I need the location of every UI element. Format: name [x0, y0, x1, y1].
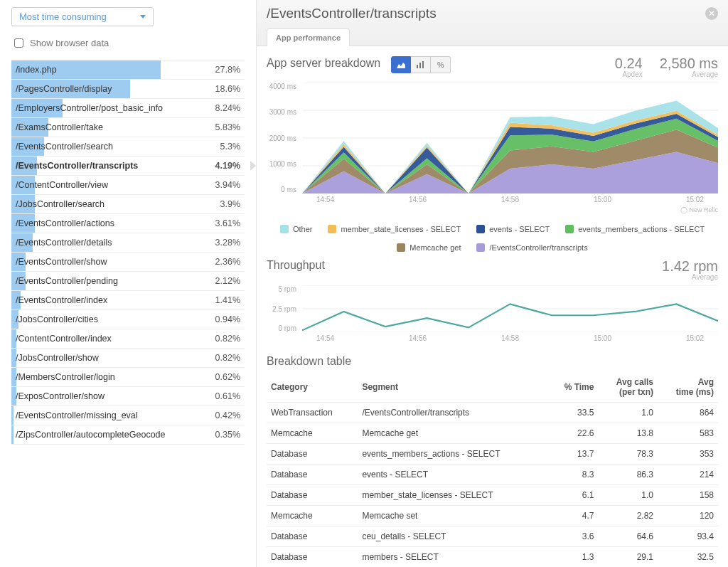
- transaction-label: /PagesController/display: [16, 84, 112, 94]
- transaction-pct: 2.12%: [215, 276, 240, 286]
- attribution-label: ◯ New Relic: [267, 206, 718, 213]
- table-header[interactable]: Avg time (ms): [658, 372, 718, 403]
- breakdown-table-title: Breakdown table: [267, 355, 718, 368]
- table-row[interactable]: MemcacheMemcache get22.613.8583: [267, 423, 718, 444]
- transaction-label: /JobsController/search: [16, 199, 105, 209]
- transaction-pct: 0.82%: [215, 353, 240, 363]
- transaction-label: /JobsController/cities: [16, 314, 98, 324]
- transaction-pct: 3.9%: [220, 199, 241, 209]
- table-header[interactable]: Category: [267, 372, 358, 403]
- svg-rect-2: [422, 61, 424, 68]
- chevron-down-icon: [140, 15, 146, 18]
- transaction-row[interactable]: /ZipsController/autocompleteGeocode0.35%: [11, 425, 245, 445]
- show-browser-checkbox[interactable]: [14, 38, 23, 48]
- transaction-row[interactable]: /JobsController/cities0.94%: [11, 310, 245, 329]
- table-header[interactable]: Segment: [358, 372, 548, 403]
- sidebar: Most time consuming Show browser data /i…: [0, 0, 256, 567]
- legend-item[interactable]: events - SELECT: [476, 225, 550, 233]
- transaction-pct: 3.61%: [215, 218, 240, 228]
- transaction-row[interactable]: /ExamsController/take5.83%: [11, 118, 245, 137]
- tab-app-performance[interactable]: App performance: [267, 28, 350, 46]
- transaction-row[interactable]: /ContentController/view3.94%: [11, 176, 245, 195]
- transaction-pct: 5.83%: [215, 122, 240, 132]
- sort-dropdown[interactable]: Most time consuming: [11, 7, 154, 26]
- average-stat: 2,580 ms Average: [660, 56, 718, 78]
- transaction-row[interactable]: /EventsController/show2.36%: [11, 253, 245, 272]
- svg-rect-1: [419, 63, 421, 68]
- transaction-row[interactable]: /EventsController/actions3.61%: [11, 214, 245, 233]
- transaction-pct: 4.19%: [215, 161, 240, 171]
- transaction-label: /EventsController/index: [16, 295, 107, 305]
- transaction-label: /MembersController/login: [16, 372, 115, 382]
- legend-item[interactable]: Memcache get: [397, 243, 461, 252]
- table-row[interactable]: Databaseevents - SELECT8.386.3214: [267, 465, 718, 485]
- table-header[interactable]: Avg calls (per txn): [598, 372, 658, 403]
- transaction-label: /EventsController/actions: [16, 218, 114, 228]
- transaction-row[interactable]: /EventsController/pending2.12%: [11, 272, 245, 291]
- transaction-label: /JobsController/show: [16, 353, 99, 363]
- transaction-row[interactable]: /EventsController/details3.28%: [11, 233, 245, 253]
- close-icon[interactable]: ✕: [705, 7, 718, 20]
- apdex-stat: 0.24 Apdex: [615, 56, 643, 78]
- transaction-row[interactable]: /EventsController/index1.41%: [11, 291, 245, 310]
- throughput-average-stat: 1.42 rpm Average: [662, 259, 718, 281]
- breakdown-chart[interactable]: 4000 ms3000 ms2000 ms1000 ms0 ms 14:5414…: [267, 83, 718, 203]
- show-browser-label: Show browser data: [30, 38, 109, 48]
- transaction-row[interactable]: /EventsController/transcripts4.19%: [11, 157, 245, 176]
- table-row[interactable]: MemcacheMemcache set4.72.82120: [267, 506, 718, 526]
- table-header[interactable]: % Time: [548, 372, 598, 403]
- transaction-row[interactable]: /EmployersController/post_basic_info8.24…: [11, 99, 245, 118]
- transaction-label: /ZipsController/autocompleteGeocode: [16, 430, 166, 440]
- transaction-label: /ExamsController/take: [16, 122, 103, 132]
- transaction-list: /index.php27.8%/PagesController/display1…: [11, 60, 245, 445]
- transaction-pct: 0.62%: [215, 372, 240, 382]
- transaction-pct: 0.94%: [215, 314, 240, 324]
- transaction-row[interactable]: /EventsController/search5.3%: [11, 137, 245, 157]
- transaction-row[interactable]: /PagesController/display18.6%: [11, 80, 245, 99]
- transaction-row[interactable]: /index.php27.8%: [11, 60, 245, 80]
- transaction-pct: 18.6%: [215, 84, 240, 94]
- transaction-label: /EventsController/pending: [16, 276, 118, 286]
- legend-item[interactable]: member_state_licenses - SELECT: [328, 225, 461, 233]
- transaction-label: /EmployersController/post_basic_info: [16, 103, 163, 113]
- transaction-row[interactable]: /JobsController/search3.9%: [11, 195, 245, 214]
- transaction-pct: 0.35%: [215, 430, 240, 440]
- table-row[interactable]: Databasemembers - SELECT1.329.132.5: [267, 547, 718, 568]
- transaction-label: /EventsController/search: [16, 142, 113, 152]
- percent-view-button[interactable]: %: [431, 56, 451, 73]
- header: /EventsController/transcripts ✕ App perf…: [257, 0, 728, 46]
- transaction-pct: 0.61%: [215, 391, 240, 401]
- breakdown-title: App server breakdown: [267, 57, 380, 69]
- legend-item[interactable]: Other: [280, 225, 313, 233]
- transaction-row[interactable]: /ContentController/index0.82%: [11, 329, 245, 349]
- transaction-label: /ContentController/index: [16, 334, 112, 344]
- transaction-pct: 0.82%: [215, 334, 240, 344]
- transaction-row[interactable]: /EventsController/missing_eval0.42%: [11, 406, 245, 425]
- transaction-label: /EventsController/missing_eval: [16, 410, 138, 420]
- throughput-chart[interactable]: 5 rpm2.5 rpm0 rpm 14:5414:5614:5815:0015…: [267, 285, 718, 342]
- transaction-pct: 3.28%: [215, 238, 240, 248]
- table-row[interactable]: Databaseceu_details - SELECT3.664.693.4: [267, 526, 718, 547]
- transaction-row[interactable]: /MembersController/login0.62%: [11, 368, 245, 387]
- page-title: /EventsController/transcripts: [267, 6, 437, 21]
- chart-view-toggle: %: [391, 56, 451, 73]
- transaction-label: /EventsController/transcripts: [16, 161, 138, 171]
- table-row[interactable]: Databaseevents_members_actions - SELECT1…: [267, 444, 718, 465]
- transaction-row[interactable]: /ExposController/show0.61%: [11, 387, 245, 406]
- transaction-pct: 8.24%: [215, 103, 240, 113]
- legend-item[interactable]: /EventsController/transcripts: [476, 243, 587, 252]
- throughput-title: Throughput: [267, 259, 325, 272]
- sort-dropdown-label: Most time consuming: [19, 11, 107, 22]
- table-row[interactable]: Databasemember_state_licenses - SELECT6.…: [267, 485, 718, 506]
- table-row[interactable]: WebTransaction/EventsController/transcri…: [267, 403, 718, 423]
- breakdown-legend: Othermember_state_licenses - SELECTevent…: [267, 225, 718, 252]
- transaction-row[interactable]: /JobsController/show0.82%: [11, 349, 245, 368]
- transaction-label: /EventsController/details: [16, 238, 112, 248]
- area-chart-icon[interactable]: [391, 56, 411, 73]
- bar-chart-icon[interactable]: [411, 56, 431, 73]
- transaction-pct: 2.36%: [215, 257, 240, 267]
- transaction-label: /ContentController/view: [16, 180, 108, 190]
- legend-item[interactable]: events_members_actions - SELECT: [565, 225, 705, 233]
- transaction-label: /EventsController/show: [16, 257, 107, 267]
- transaction-pct: 27.8%: [215, 65, 240, 75]
